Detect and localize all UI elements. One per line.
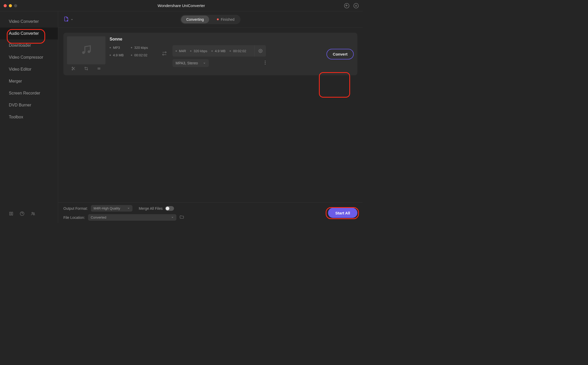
- sidebar-item-downloader[interactable]: Downloader: [0, 39, 58, 51]
- notification-dot-icon: [217, 18, 219, 20]
- add-file-button[interactable]: [63, 16, 73, 23]
- close-window-icon[interactable]: [4, 4, 7, 7]
- sidebar-item-label: DVD Burner: [9, 103, 31, 107]
- highlight-annotation: [319, 72, 350, 98]
- file-name: Sonne: [110, 37, 156, 42]
- sidebar: Video Converter Audio Converter Download…: [0, 11, 58, 223]
- window-controls: [4, 4, 17, 7]
- crop-icon[interactable]: [84, 66, 88, 72]
- convert-label: Convert: [333, 52, 348, 56]
- svg-point-3: [32, 212, 33, 214]
- bottom-bar: Output Format: M4R-High Quality Merge Al…: [58, 202, 363, 223]
- file-card: Sonne MP3 320 kbps 4.9 MB 00:02:02: [63, 33, 357, 75]
- src-size: 4.9 MB: [113, 53, 124, 57]
- help-icon[interactable]: [20, 211, 24, 217]
- svg-point-5: [72, 67, 73, 68]
- tutorial-icon[interactable]: [9, 211, 14, 217]
- file-location-dropdown[interactable]: Converted: [88, 214, 176, 221]
- merge-label: Merge All Files: [139, 206, 163, 211]
- sidebar-item-label: Screen Recorder: [9, 91, 40, 95]
- source-meta: Sonne MP3 320 kbps 4.9 MB 00:02:02: [110, 36, 156, 72]
- add-file-icon: [63, 16, 69, 23]
- zoom-window-icon[interactable]: [14, 4, 17, 7]
- sidebar-item-video-editor[interactable]: Video Editor: [0, 63, 58, 75]
- svg-point-6: [72, 69, 73, 70]
- menu-icon[interactable]: [353, 3, 359, 9]
- sidebar-item-video-converter[interactable]: Video Converter: [0, 16, 58, 28]
- chevron-down-icon: [127, 206, 130, 210]
- tab-finished[interactable]: Finished: [212, 16, 240, 23]
- dest-duration: 00:02:02: [233, 49, 246, 53]
- convert-button[interactable]: Convert: [326, 49, 354, 59]
- community-icon[interactable]: [31, 211, 35, 217]
- dest-size: 4.9 MB: [215, 49, 225, 53]
- settings-button[interactable]: [255, 45, 266, 57]
- sidebar-item-merger[interactable]: Merger: [0, 75, 58, 87]
- tab-label: Converting: [186, 17, 204, 22]
- info-icon[interactable]: [264, 60, 266, 66]
- file-location-label: File Location:: [63, 215, 85, 220]
- sidebar-item-dvd-burner[interactable]: DVD Burner: [0, 99, 58, 111]
- sidebar-item-toolbox[interactable]: Toolbox: [0, 111, 58, 123]
- sidebar-item-label: Toolbox: [9, 115, 23, 119]
- tabs-segment: Converting Finished: [180, 15, 240, 24]
- output-format-label: Output Format:: [63, 206, 88, 211]
- chevron-down-icon: [171, 215, 174, 219]
- src-duration: 00:02:02: [134, 53, 148, 57]
- sidebar-item-label: Video Editor: [9, 67, 31, 71]
- chevron-down-icon: [203, 61, 206, 65]
- sidebar-item-label: Video Converter: [9, 19, 39, 24]
- channel-value: MPA3, Stereo: [176, 61, 198, 65]
- sidebar-item-label: Video Compressor: [9, 55, 43, 59]
- dest-meta-row: M4R 320 kbps 4.9 MB 00:02:02: [172, 45, 266, 57]
- svg-point-0: [344, 3, 349, 8]
- sidebar-item-label: Merger: [9, 79, 22, 83]
- output-format-dropdown[interactable]: M4R-High Quality: [91, 205, 132, 212]
- file-list: Sonne MP3 320 kbps 4.9 MB 00:02:02: [58, 28, 363, 202]
- account-icon[interactable]: [344, 3, 350, 9]
- src-bitrate: 320 kbps: [134, 46, 148, 50]
- svg-point-1: [354, 3, 358, 8]
- tab-label: Finished: [221, 17, 235, 22]
- sidebar-item-label: Downloader: [9, 43, 31, 48]
- channel-dropdown[interactable]: MPA3, Stereo: [172, 59, 209, 67]
- app-title: Wondershare UniConverter: [158, 3, 205, 8]
- start-all-button[interactable]: Start All: [328, 208, 357, 218]
- svg-point-10: [265, 64, 266, 65]
- dest-format: M4R: [179, 49, 186, 53]
- minimize-window-icon[interactable]: [9, 4, 12, 7]
- effects-icon[interactable]: [97, 66, 101, 72]
- start-all-label: Start All: [335, 211, 350, 215]
- dest-bitrate: 320 kbps: [193, 49, 207, 53]
- shuffle-icon: [162, 51, 167, 57]
- svg-point-8: [265, 61, 266, 62]
- topbar: Converting Finished: [58, 11, 363, 28]
- file-thumbnail[interactable]: [67, 36, 105, 64]
- merge-toggle[interactable]: [165, 206, 174, 211]
- titlebar: Wondershare UniConverter: [0, 0, 363, 11]
- sidebar-item-label: Audio Converter: [9, 31, 39, 36]
- output-format-value: M4R-High Quality: [93, 206, 120, 210]
- trim-icon[interactable]: [71, 66, 76, 72]
- src-format: MP3: [113, 46, 120, 50]
- open-folder-icon[interactable]: [179, 215, 184, 220]
- sidebar-item-video-compressor[interactable]: Video Compressor: [0, 51, 58, 63]
- file-location-value: Converted: [91, 215, 106, 219]
- music-note-icon: [81, 44, 92, 56]
- sidebar-item-screen-recorder[interactable]: Screen Recorder: [0, 87, 58, 99]
- sidebar-item-audio-converter[interactable]: Audio Converter: [0, 28, 58, 39]
- tab-converting[interactable]: Converting: [181, 16, 209, 23]
- svg-point-9: [265, 62, 266, 63]
- svg-point-7: [260, 50, 261, 51]
- chevron-down-icon: [71, 17, 73, 22]
- svg-point-4: [34, 213, 35, 214]
